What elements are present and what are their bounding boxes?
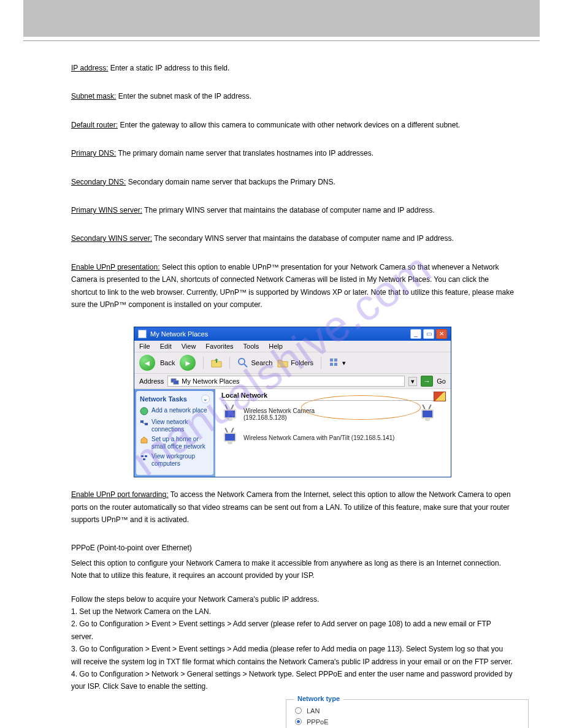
home-network-icon [140, 436, 148, 444]
camera-icon [221, 406, 239, 423]
svg-point-8 [140, 408, 148, 415]
item-name: Wireless Network Camera [243, 408, 315, 414]
back-button[interactable]: ◄ [139, 355, 155, 371]
search-button[interactable]: Search [237, 357, 272, 368]
maximize-button[interactable]: ▭ [423, 329, 434, 339]
radio-icon [295, 718, 302, 725]
radio-pppoe[interactable]: PPPoE [295, 718, 519, 726]
radio-icon [295, 707, 302, 714]
task-label: Add a network place [151, 407, 207, 414]
field-subnet-mask: Subnet mask: Enter the subnet mask of th… [71, 90, 514, 102]
task-label: View network connections [151, 419, 210, 433]
window-title: My Network Places [150, 330, 208, 338]
label: Primary WINS server: [71, 206, 142, 214]
views-button[interactable]: ▾ [329, 357, 346, 368]
label: IP address: [71, 64, 108, 72]
camera-icon [221, 429, 239, 446]
desc: Enter the subnet mask of the IP address. [116, 92, 251, 100]
task-view-workgroup[interactable]: View workgroup computers [140, 453, 210, 467]
menu-view[interactable]: View [182, 343, 196, 350]
address-input[interactable]: My Network Places [167, 376, 405, 387]
svg-rect-3 [334, 358, 337, 362]
field-primary-wins: Primary WINS server: The primary WINS se… [71, 204, 514, 216]
header-rule [23, 40, 540, 41]
pppoe-section: PPPoE (Point-to-point over Ethernet) Sel… [71, 542, 514, 692]
svg-rect-7 [174, 381, 178, 384]
task-label: Set up a home or small office network [151, 436, 210, 450]
desc: The primary domain name server that tran… [116, 149, 373, 157]
svg-rect-2 [330, 358, 333, 362]
menu-help[interactable]: Help [269, 343, 283, 350]
task-add-network-place[interactable]: Add a network place [140, 407, 210, 415]
folders-button[interactable]: Folders [277, 357, 313, 368]
svg-rect-13 [145, 455, 147, 457]
label: Enable UPnP presentation: [71, 263, 160, 271]
menu-favorites[interactable]: Favorites [205, 343, 233, 350]
item-addr: (192.168.5.141) [351, 434, 395, 441]
my-network-places-window: My Network Places _ ▭ ✕ File Edit View F… [134, 327, 451, 477]
pppoe-step-1: 1. Set up the Network Camera on the LAN. [71, 605, 514, 618]
field-secondary-dns: Secondary DNS: Secondary domain name ser… [71, 176, 514, 188]
go-button[interactable]: → [421, 376, 433, 387]
address-value: My Network Places [182, 377, 239, 385]
collapse-icon[interactable]: ⌄ [201, 395, 210, 403]
network-type-legend: Network type [294, 695, 343, 702]
radio-lan[interactable]: LAN [295, 707, 519, 715]
side-pane: Network Tasks ⌄ Add a network place View… [134, 389, 215, 477]
svg-rect-4 [330, 363, 333, 366]
menu-file[interactable]: File [139, 343, 150, 350]
item-addr: (192.168.5.128) [243, 414, 315, 421]
menu-tools[interactable]: Tools [243, 343, 259, 350]
pppoe-step-4: 4. Go to Configuration > Network > Gener… [71, 668, 514, 693]
toolbar: ◄ Back ► Search Folders [134, 352, 451, 374]
search-icon [237, 357, 248, 368]
up-button[interactable] [211, 357, 222, 368]
task-setup-network[interactable]: Set up a home or small office network [140, 436, 210, 450]
desc: Enter a static IP address to this field. [108, 64, 229, 72]
close-button[interactable]: ✕ [436, 329, 447, 339]
desc: Secondary domain name server that backup… [126, 178, 335, 186]
titlebar[interactable]: My Network Places _ ▭ ✕ [134, 327, 451, 341]
desc: The secondary WINS server that maintains… [152, 234, 454, 243]
folder-up-icon [211, 357, 222, 368]
desc: Enter the gateway to allow this camera t… [118, 121, 460, 129]
field-upnp-presentation: Enable UPnP presentation: Select this op… [71, 261, 514, 311]
svg-rect-12 [141, 455, 144, 457]
menu-edit[interactable]: Edit [160, 343, 172, 350]
network-camera-2[interactable]: Wireless Network Camera with Pan/Tilt (1… [221, 429, 394, 446]
local-network-header: Local Network [221, 392, 445, 401]
task-view-connections[interactable]: View network connections [140, 419, 210, 433]
network-places-icon [170, 377, 179, 385]
label: Secondary WINS server: [71, 234, 152, 243]
field-ip-address: IP address: Enter a static IP address to… [71, 62, 514, 74]
address-bar: Address My Network Places ▾ → Go [134, 374, 451, 389]
pppoe-step-3: 3. Go to Configuration > Event > Event s… [71, 643, 514, 668]
field-primary-dns: Primary DNS: The primary domain name ser… [71, 147, 514, 159]
label: Default router: [71, 121, 118, 129]
workgroup-icon [140, 453, 148, 461]
back-label: Back [160, 359, 175, 366]
window-icon [138, 330, 147, 338]
forward-button[interactable]: ► [180, 355, 196, 371]
network-type-panel: Network type LAN PPPoE User name: Passwo… [286, 699, 529, 728]
pppoe-intro: Select this option to configure your Net… [71, 557, 514, 582]
windows-flag-icon [434, 392, 446, 401]
address-dropdown-icon[interactable]: ▾ [408, 377, 417, 386]
folders-label: Folders [291, 359, 313, 366]
network-camera-1[interactable]: Wireless Network Camera (192.168.5.128) [221, 406, 394, 423]
field-upnp-port-forwarding: Enable UPnP port forwarding: To access t… [71, 488, 514, 526]
minimize-button[interactable]: _ [410, 329, 421, 339]
field-default-router: Default router: Enter the gateway to all… [71, 119, 514, 131]
menubar: File Edit View Favorites Tools Help [134, 341, 451, 352]
pppoe-step-2: 2. Go to Configuration > Event > Event s… [71, 618, 514, 643]
search-label: Search [251, 359, 272, 366]
camera-icon [419, 406, 436, 423]
page-header-band [23, 0, 540, 37]
network-tasks-header: Network Tasks [140, 395, 187, 403]
svg-line-1 [244, 364, 247, 367]
address-label: Address [139, 377, 164, 385]
network-camera-highlighted[interactable] [419, 406, 436, 423]
go-label: Go [437, 377, 446, 385]
label: Subnet mask: [71, 92, 116, 100]
chevron-down-icon: ▾ [342, 359, 346, 367]
